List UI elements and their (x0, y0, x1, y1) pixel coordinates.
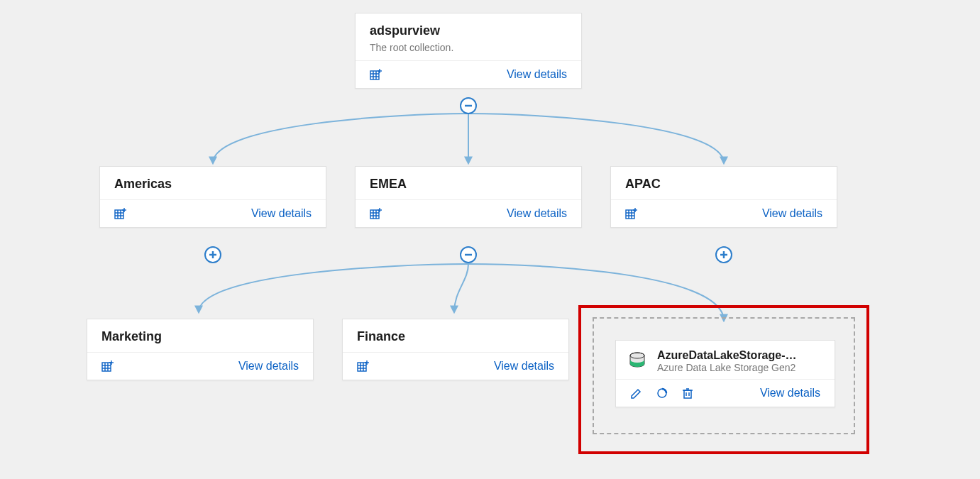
view-details-link[interactable]: View details (251, 207, 312, 220)
add-data-source-icon[interactable] (370, 207, 382, 220)
svg-rect-0 (370, 71, 379, 79)
add-data-source-icon[interactable] (114, 207, 127, 220)
add-data-source-icon[interactable] (357, 360, 370, 373)
add-data-source-icon[interactable] (101, 360, 114, 373)
data-source-card[interactable]: AzureDataLakeStorage-… Azure Data Lake S… (615, 340, 835, 407)
view-details-link[interactable]: View details (494, 360, 554, 373)
collection-card-emea[interactable]: EMEA View details (355, 166, 582, 228)
collection-card-marketing[interactable]: Marketing View details (87, 319, 314, 380)
view-details-link[interactable]: View details (238, 360, 299, 373)
svg-rect-25 (626, 210, 634, 219)
collection-card-finance[interactable]: Finance View details (342, 319, 569, 380)
add-data-source-icon[interactable] (625, 207, 638, 220)
collection-card-root[interactable]: adspurview The root collection. View det… (355, 13, 582, 89)
collection-subtitle: The root collection. (370, 42, 567, 53)
expand-toggle-apac[interactable] (715, 246, 732, 263)
edit-icon[interactable] (630, 387, 643, 400)
delete-icon[interactable] (681, 387, 694, 400)
scan-icon[interactable] (656, 387, 668, 400)
view-details-link[interactable]: View details (507, 68, 567, 81)
svg-rect-17 (370, 210, 379, 219)
collection-card-americas[interactable]: Americas View details (99, 166, 326, 228)
data-source-title: AzureDataLakeStorage-… (657, 349, 823, 362)
svg-rect-41 (358, 363, 366, 371)
svg-rect-34 (102, 363, 111, 371)
collection-title: APAC (625, 177, 822, 192)
add-data-source-icon[interactable] (370, 68, 382, 81)
collection-title: Marketing (101, 329, 299, 345)
collection-title: Finance (357, 329, 554, 345)
collection-title: Americas (114, 177, 312, 192)
svg-rect-51 (684, 390, 691, 398)
data-lake-icon (627, 350, 647, 373)
data-source-subtitle: Azure Data Lake Storage Gen2 (657, 362, 823, 373)
data-source-drop-zone[interactable]: AzureDataLakeStorage-… Azure Data Lake S… (593, 317, 855, 434)
view-details-link[interactable]: View details (760, 387, 820, 400)
view-details-link[interactable]: View details (762, 207, 822, 220)
svg-rect-8 (115, 210, 123, 219)
collection-title: adspurview (370, 23, 567, 39)
expand-toggle-americas[interactable] (204, 246, 221, 263)
collapse-toggle-root[interactable] (460, 97, 477, 114)
collection-card-apac[interactable]: APAC View details (610, 166, 837, 228)
collection-title: EMEA (370, 177, 567, 192)
collapse-toggle-emea[interactable] (460, 246, 477, 263)
view-details-link[interactable]: View details (507, 207, 567, 220)
